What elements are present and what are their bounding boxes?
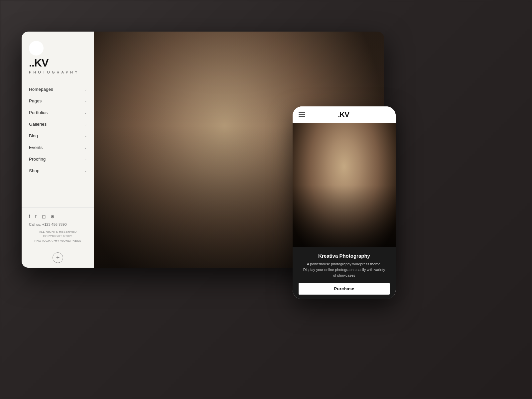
hamburger-icon[interactable] xyxy=(299,112,305,117)
nav-label-homepages: Homepages xyxy=(29,87,53,92)
sidebar-logo-area: ..KV PHOTOGRAPHY xyxy=(22,32,94,83)
sidebar-footer: f 𝕥 ◻ ⊕ Call us: +123 456 7890 ALL RIGHT… xyxy=(22,207,94,249)
nav-label-shop: Shop xyxy=(29,168,40,173)
phone-mockup: .KV Kreativa Photography A powerhouse ph… xyxy=(293,106,396,299)
phone-photo-overlay xyxy=(293,123,396,247)
call-us: Call us: +123 456 7890 xyxy=(29,222,87,226)
facebook-icon[interactable]: f xyxy=(29,214,30,219)
nav-item-shop[interactable]: Shop ⌄ xyxy=(22,165,94,177)
copyright-text: ALL RIGHTS RESERVED COPYRIGHT ©2021 PHOT… xyxy=(29,230,87,243)
chevron-icon-events: ⌄ xyxy=(84,146,87,149)
nav-menu: Homepages ⌄ Pages ⌄ Portfolios ⌄ Galleri… xyxy=(22,83,94,207)
twitter-icon[interactable]: 𝕥 xyxy=(35,214,37,219)
nav-item-homepages[interactable]: Homepages ⌄ xyxy=(22,83,94,95)
logo-dot: . xyxy=(29,57,32,69)
hamburger-line-2 xyxy=(299,114,305,115)
logo-text: ..KV xyxy=(29,58,48,68)
chevron-icon-proofing: ⌄ xyxy=(84,157,87,161)
chevron-icon-shop: ⌄ xyxy=(84,169,87,173)
hamburger-line-1 xyxy=(299,112,305,113)
purchase-button[interactable]: Purchase xyxy=(299,283,390,295)
phone-description: A powerhouse photography wordpress theme… xyxy=(299,261,390,278)
nav-item-proofing[interactable]: Proofing ⌄ xyxy=(22,153,94,165)
phone-footer: Kreativa Photography A powerhouse photog… xyxy=(293,247,396,299)
instagram-icon[interactable]: ◻ xyxy=(42,214,46,219)
logo-sub: PHOTOGRAPHY xyxy=(29,70,79,74)
nav-label-proofing: Proofing xyxy=(29,157,46,162)
chevron-icon-homepages: ⌄ xyxy=(84,87,87,91)
nav-label-pages: Pages xyxy=(29,98,42,103)
nav-item-blog[interactable]: Blog ⌄ xyxy=(22,130,94,142)
social-icon-4[interactable]: ⊕ xyxy=(51,214,55,219)
nav-label-events: Events xyxy=(29,145,43,150)
phone-header: .KV xyxy=(293,106,396,123)
chevron-icon-portfolios: ⌄ xyxy=(84,111,87,114)
chevron-icon-galleries: ⌄ xyxy=(84,122,87,126)
nav-item-portfolios[interactable]: Portfolios ⌄ xyxy=(22,107,94,118)
chevron-icon-blog: ⌄ xyxy=(84,134,87,138)
nav-item-events[interactable]: Events ⌄ xyxy=(22,142,94,153)
nav-label-portfolios: Portfolios xyxy=(29,110,48,115)
nav-label-galleries: Galleries xyxy=(29,122,47,127)
nav-item-galleries[interactable]: Galleries ⌄ xyxy=(22,118,94,130)
add-circle-button[interactable]: + xyxy=(53,252,63,263)
nav-label-blog: Blog xyxy=(29,133,38,138)
phone-title: Kreativa Photography xyxy=(299,253,390,259)
phone-photo xyxy=(293,123,396,247)
chevron-icon-pages: ⌄ xyxy=(84,99,87,103)
nav-item-pages[interactable]: Pages ⌄ xyxy=(22,95,94,107)
hamburger-line-3 xyxy=(299,116,305,117)
phone-logo: .KV xyxy=(338,110,349,119)
logo-circle xyxy=(29,41,44,56)
sidebar: ..KV PHOTOGRAPHY Homepages ⌄ Pages ⌄ Por… xyxy=(22,32,94,268)
social-icons: f 𝕥 ◻ ⊕ xyxy=(29,214,87,219)
add-button-area: + xyxy=(22,249,94,268)
